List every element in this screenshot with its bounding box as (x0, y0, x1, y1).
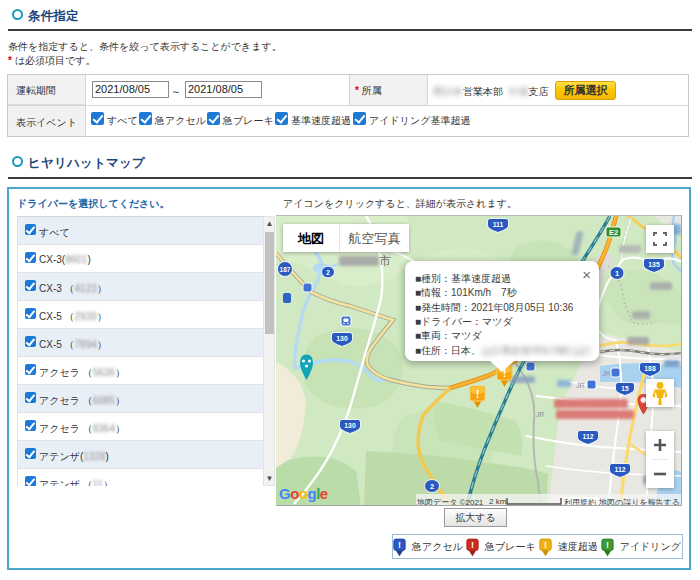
svg-text:2: 2 (430, 482, 434, 491)
svg-text:!: ! (544, 540, 547, 550)
svg-text:市: 市 (379, 254, 391, 268)
svg-text:112: 112 (615, 466, 626, 473)
svg-text:1: 1 (615, 269, 619, 278)
svg-text:JR: JR (536, 411, 545, 418)
svg-text:JR: JR (602, 370, 611, 377)
svg-text:187: 187 (280, 266, 291, 273)
svg-text:111: 111 (493, 221, 504, 228)
svg-text:2: 2 (326, 268, 330, 277)
svg-text:!: ! (476, 388, 480, 400)
svg-text:!: ! (398, 540, 401, 550)
svg-text:!: ! (606, 540, 609, 550)
svg-text:135: 135 (648, 261, 660, 268)
svg-text:188: 188 (644, 365, 656, 372)
svg-text:!: ! (471, 540, 474, 550)
svg-text:112: 112 (583, 433, 594, 440)
svg-text:JR: JR (576, 382, 585, 389)
svg-text:130: 130 (344, 422, 356, 429)
svg-text:15: 15 (621, 385, 629, 392)
svg-text:130: 130 (336, 335, 348, 342)
svg-text:E2: E2 (609, 228, 618, 237)
